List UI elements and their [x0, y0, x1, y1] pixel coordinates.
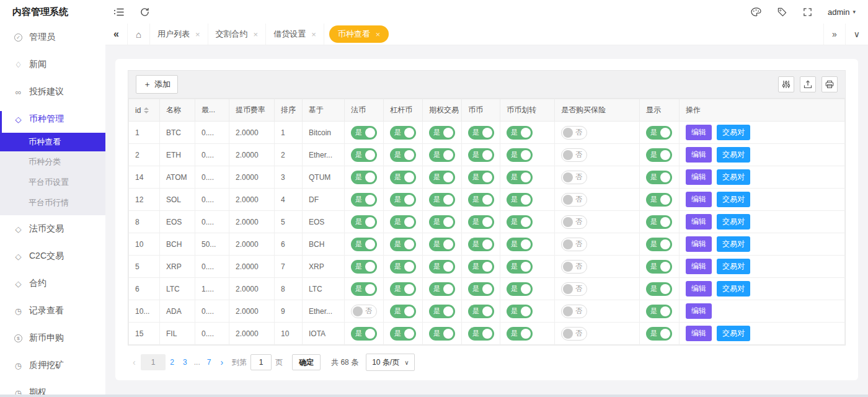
menu-fold-icon[interactable]: [105, 0, 132, 24]
sidebar-item-news[interactable]: ♢新闻: [0, 51, 105, 78]
toggle-lever[interactable]: 是: [390, 193, 416, 207]
toggle-option[interactable]: 是: [429, 193, 455, 207]
pair-button[interactable]: 交易对: [717, 147, 750, 163]
toggle-lever[interactable]: 是: [390, 126, 416, 140]
toggle-fiat[interactable]: 是: [351, 238, 377, 251]
close-icon[interactable]: ×: [311, 30, 316, 39]
horizontal-scrollbar[interactable]: [0, 395, 868, 397]
toggle-lever[interactable]: 是: [390, 171, 416, 184]
toggle-coin[interactable]: 是: [468, 171, 494, 184]
toggle-coin[interactable]: 是: [468, 305, 494, 318]
close-icon[interactable]: ×: [195, 30, 200, 39]
edit-button[interactable]: 编辑: [686, 259, 712, 274]
pair-button[interactable]: 交易对: [717, 236, 750, 252]
toggle-insurance[interactable]: 否: [561, 193, 587, 207]
pair-button[interactable]: 交易对: [717, 326, 750, 341]
toggle-transfer[interactable]: 是: [507, 305, 533, 318]
pair-button[interactable]: 交易对: [717, 192, 750, 207]
pair-button[interactable]: 交易对: [717, 125, 750, 140]
toggle-coin[interactable]: 是: [468, 260, 494, 274]
edit-button[interactable]: 编辑: [686, 169, 712, 185]
toggle-insurance[interactable]: 否: [561, 126, 587, 140]
per-page-select[interactable]: 10 条/页 ∨: [366, 354, 415, 371]
pagination-page-1[interactable]: 1: [141, 354, 166, 370]
toggle-transfer[interactable]: 是: [507, 327, 533, 341]
edit-button[interactable]: 编辑: [686, 236, 712, 252]
toggle-lever[interactable]: 是: [390, 282, 416, 296]
pair-button[interactable]: 交易对: [717, 214, 750, 230]
toggle-fiat[interactable]: 否: [351, 305, 377, 318]
toggle-show[interactable]: 是: [646, 126, 672, 140]
sidebar-item-fiat-trade[interactable]: ◇法币交易: [0, 215, 105, 243]
close-icon[interactable]: ×: [376, 30, 381, 39]
add-button[interactable]: ＋ 添加: [136, 75, 178, 94]
edit-button[interactable]: 编辑: [686, 147, 712, 163]
pair-button[interactable]: 交易对: [717, 259, 750, 274]
toggle-option[interactable]: 是: [429, 148, 455, 162]
toggle-coin[interactable]: 是: [468, 126, 494, 140]
toggle-insurance[interactable]: 否: [561, 305, 587, 318]
toggle-fiat[interactable]: 是: [351, 126, 377, 140]
toggle-option[interactable]: 是: [429, 238, 455, 251]
edit-button[interactable]: 编辑: [686, 326, 712, 341]
sidebar-subitem-coin-category[interactable]: 币种分类: [0, 151, 105, 172]
toggle-show[interactable]: 是: [646, 238, 672, 251]
tabs-collapse-icon[interactable]: «: [105, 24, 128, 45]
pagination-next-icon[interactable]: ›: [215, 357, 228, 367]
toggle-show[interactable]: 是: [646, 171, 672, 184]
sidebar-subitem-coin-view[interactable]: 币种查看: [0, 133, 105, 151]
filter-columns-icon[interactable]: [778, 76, 794, 92]
sidebar-subitem-platform-coin-market[interactable]: 平台币行情: [0, 192, 105, 213]
toggle-show[interactable]: 是: [646, 260, 672, 274]
edit-button[interactable]: 编辑: [686, 125, 712, 140]
theme-palette-icon[interactable]: [743, 7, 769, 17]
sidebar-item-admin[interactable]: ✓管理员: [0, 24, 105, 51]
user-menu[interactable]: admin ▾: [820, 7, 856, 17]
sort-icon[interactable]: [144, 107, 149, 114]
pagination-page-3[interactable]: 3: [179, 358, 192, 367]
edit-button[interactable]: 编辑: [686, 281, 712, 297]
sidebar-item-staking-mining[interactable]: ◷质押挖矿: [0, 352, 105, 379]
toggle-lever[interactable]: 是: [390, 215, 416, 229]
toggle-fiat[interactable]: 是: [351, 282, 377, 296]
toggle-transfer[interactable]: 是: [507, 282, 533, 296]
toggle-show[interactable]: 是: [646, 327, 672, 341]
toggle-fiat[interactable]: 是: [351, 327, 377, 341]
pagination-page-2[interactable]: 2: [166, 358, 179, 367]
toggle-coin[interactable]: 是: [468, 193, 494, 207]
tab-delivery-contract[interactable]: 交割合约×: [208, 24, 267, 45]
toggle-insurance[interactable]: 否: [561, 238, 587, 251]
sidebar-item-suggestions[interactable]: ∞投拆建议: [0, 78, 105, 105]
toggle-fiat[interactable]: 是: [351, 171, 377, 184]
edit-button[interactable]: 编辑: [686, 192, 712, 207]
toggle-fiat[interactable]: 是: [351, 193, 377, 207]
tab-loan-settings[interactable]: 借贷设置×: [266, 24, 324, 45]
pagination-prev-icon[interactable]: ‹: [128, 357, 141, 367]
sidebar-item-c2c-trade[interactable]: ◇C2C交易: [0, 243, 105, 270]
toggle-transfer[interactable]: 是: [507, 171, 533, 184]
pair-button[interactable]: 交易对: [717, 169, 750, 185]
toggle-lever[interactable]: 是: [390, 148, 416, 162]
toggle-lever[interactable]: 是: [390, 260, 416, 274]
tab-coin-view[interactable]: 币种查看×: [329, 25, 389, 43]
home-tab-icon[interactable]: ⌂: [128, 24, 150, 45]
toggle-option[interactable]: 是: [429, 282, 455, 296]
tab-user-list[interactable]: 用户列表×: [150, 24, 208, 45]
toggle-insurance[interactable]: 否: [561, 260, 587, 274]
toggle-option[interactable]: 是: [429, 327, 455, 341]
toggle-insurance[interactable]: 否: [561, 171, 587, 184]
goto-page-input[interactable]: [250, 354, 272, 370]
sidebar-item-records[interactable]: ◷记录查看: [0, 297, 105, 324]
toggle-insurance[interactable]: 否: [561, 327, 587, 341]
toggle-fiat[interactable]: 是: [351, 260, 377, 274]
confirm-button[interactable]: 确定: [292, 354, 321, 370]
toggle-coin[interactable]: 是: [468, 327, 494, 341]
toggle-transfer[interactable]: 是: [507, 238, 533, 251]
toggle-lever[interactable]: 是: [390, 305, 416, 318]
toggle-coin[interactable]: 是: [468, 238, 494, 251]
toggle-show[interactable]: 是: [646, 215, 672, 229]
toggle-show[interactable]: 是: [646, 305, 672, 318]
export-icon[interactable]: [800, 76, 816, 92]
sidebar-subitem-platform-coin-settings[interactable]: 平台币设置: [0, 172, 105, 192]
tags-icon[interactable]: [769, 7, 795, 17]
